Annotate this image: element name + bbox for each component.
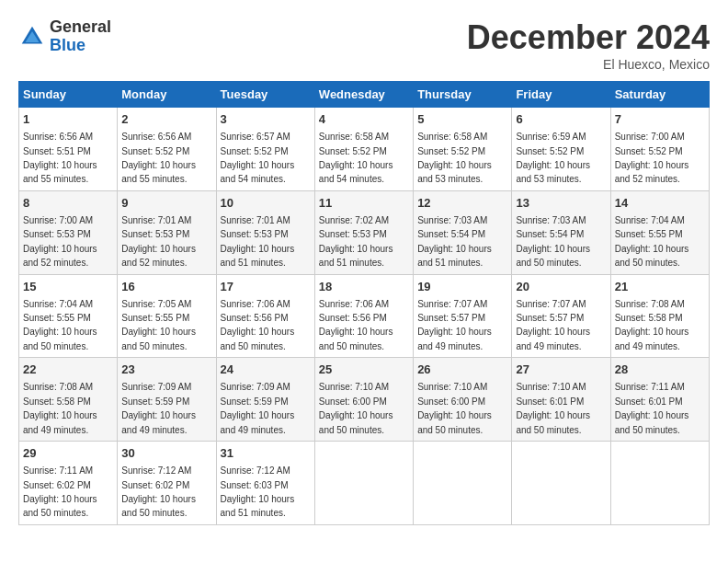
day-info: Sunrise: 7:00 AMSunset: 5:53 PMDaylight:… xyxy=(23,215,97,268)
table-row: 28 Sunrise: 7:11 AMSunset: 6:01 PMDaylig… xyxy=(610,358,709,442)
logo-text: General Blue xyxy=(50,18,111,55)
day-number: 3 xyxy=(221,111,311,128)
day-info: Sunrise: 7:06 AMSunset: 5:56 PMDaylight:… xyxy=(319,299,393,351)
day-number: 24 xyxy=(221,362,311,378)
day-info: Sunrise: 7:03 AMSunset: 5:54 PMDaylight:… xyxy=(516,215,590,268)
day-number: 2 xyxy=(121,111,211,128)
day-info: Sunrise: 7:11 AMSunset: 6:01 PMDaylight:… xyxy=(615,382,689,434)
day-number: 18 xyxy=(319,279,409,295)
table-row: 9 Sunrise: 7:01 AMSunset: 5:53 PMDayligh… xyxy=(118,190,216,274)
day-number: 6 xyxy=(516,111,606,128)
day-info: Sunrise: 6:58 AMSunset: 5:52 PMDaylight:… xyxy=(417,132,492,184)
logo-icon xyxy=(18,23,46,51)
location: El Huexco, Mexico xyxy=(467,57,710,72)
table-row xyxy=(512,442,610,525)
title-area: December 2024 El Huexco, Mexico xyxy=(467,18,710,72)
table-row: 14 Sunrise: 7:04 AMSunset: 5:55 PMDaylig… xyxy=(610,190,709,274)
day-number: 13 xyxy=(516,195,606,212)
day-number: 22 xyxy=(23,362,113,378)
col-friday: Friday xyxy=(512,82,610,108)
day-info: Sunrise: 7:03 AMSunset: 5:54 PMDaylight:… xyxy=(417,215,492,268)
col-tuesday: Tuesday xyxy=(216,82,314,108)
table-row: 31 Sunrise: 7:12 AMSunset: 6:03 PMDaylig… xyxy=(216,442,314,525)
day-info: Sunrise: 7:02 AMSunset: 5:53 PMDaylight:… xyxy=(319,215,393,268)
table-row: 1 Sunrise: 6:56 AMSunset: 5:51 PMDayligh… xyxy=(19,108,118,191)
table-row: 26 Sunrise: 7:10 AMSunset: 6:00 PMDaylig… xyxy=(414,358,512,442)
col-saturday: Saturday xyxy=(610,82,709,108)
col-thursday: Thursday xyxy=(414,82,512,108)
day-number: 19 xyxy=(417,279,507,295)
day-number: 29 xyxy=(23,445,113,462)
table-row: 18 Sunrise: 7:06 AMSunset: 5:56 PMDaylig… xyxy=(314,274,413,358)
table-row: 5 Sunrise: 6:58 AMSunset: 5:52 PMDayligh… xyxy=(414,108,512,191)
table-row: 6 Sunrise: 6:59 AMSunset: 5:52 PMDayligh… xyxy=(512,108,610,191)
logo-general: General xyxy=(50,17,111,36)
table-row xyxy=(314,442,413,525)
day-number: 14 xyxy=(615,195,705,212)
calendar-week-row: 8 Sunrise: 7:00 AMSunset: 5:53 PMDayligh… xyxy=(19,190,710,274)
table-row: 3 Sunrise: 6:57 AMSunset: 5:52 PMDayligh… xyxy=(216,108,314,191)
table-row: 10 Sunrise: 7:01 AMSunset: 5:53 PMDaylig… xyxy=(216,190,314,274)
day-number: 5 xyxy=(417,111,507,128)
table-row: 7 Sunrise: 7:00 AMSunset: 5:52 PMDayligh… xyxy=(610,108,709,191)
col-wednesday: Wednesday xyxy=(314,82,413,108)
day-number: 31 xyxy=(221,445,311,462)
day-number: 11 xyxy=(319,195,409,212)
day-number: 26 xyxy=(417,362,507,378)
logo: General Blue xyxy=(18,18,111,55)
day-info: Sunrise: 6:56 AMSunset: 5:52 PMDaylight:… xyxy=(121,132,196,184)
day-info: Sunrise: 7:07 AMSunset: 5:57 PMDaylight:… xyxy=(516,299,590,351)
table-row: 22 Sunrise: 7:08 AMSunset: 5:58 PMDaylig… xyxy=(19,358,118,442)
calendar: Sunday Monday Tuesday Wednesday Thursday… xyxy=(18,81,710,525)
table-row: 27 Sunrise: 7:10 AMSunset: 6:01 PMDaylig… xyxy=(512,358,610,442)
day-number: 20 xyxy=(516,279,606,295)
day-number: 8 xyxy=(23,195,113,212)
day-number: 21 xyxy=(615,279,705,295)
day-info: Sunrise: 7:09 AMSunset: 5:59 PMDaylight:… xyxy=(221,382,295,434)
day-info: Sunrise: 6:58 AMSunset: 5:52 PMDaylight:… xyxy=(319,132,393,184)
day-info: Sunrise: 7:10 AMSunset: 6:00 PMDaylight:… xyxy=(319,382,393,434)
table-row: 16 Sunrise: 7:05 AMSunset: 5:55 PMDaylig… xyxy=(118,274,216,358)
day-info: Sunrise: 6:56 AMSunset: 5:51 PMDaylight:… xyxy=(23,132,97,184)
day-number: 12 xyxy=(417,195,507,212)
day-number: 23 xyxy=(121,362,211,378)
table-row: 2 Sunrise: 6:56 AMSunset: 5:52 PMDayligh… xyxy=(118,108,216,191)
table-row: 30 Sunrise: 7:12 AMSunset: 6:02 PMDaylig… xyxy=(118,442,216,525)
table-row: 21 Sunrise: 7:08 AMSunset: 5:58 PMDaylig… xyxy=(610,274,709,358)
col-monday: Monday xyxy=(118,82,216,108)
month-title: December 2024 xyxy=(467,18,710,57)
table-row xyxy=(414,442,512,525)
table-row: 8 Sunrise: 7:00 AMSunset: 5:53 PMDayligh… xyxy=(19,190,118,274)
day-number: 15 xyxy=(23,279,113,295)
table-row xyxy=(610,442,709,525)
day-info: Sunrise: 6:59 AMSunset: 5:52 PMDaylight:… xyxy=(516,132,590,184)
calendar-week-row: 1 Sunrise: 6:56 AMSunset: 5:51 PMDayligh… xyxy=(19,108,710,191)
table-row: 4 Sunrise: 6:58 AMSunset: 5:52 PMDayligh… xyxy=(314,108,413,191)
table-row: 23 Sunrise: 7:09 AMSunset: 5:59 PMDaylig… xyxy=(118,358,216,442)
day-info: Sunrise: 7:10 AMSunset: 6:00 PMDaylight:… xyxy=(417,382,492,434)
logo-blue: Blue xyxy=(50,36,85,54)
day-number: 7 xyxy=(615,111,705,128)
day-info: Sunrise: 7:05 AMSunset: 5:55 PMDaylight:… xyxy=(121,299,196,351)
page-header: General Blue December 2024 El Huexco, Me… xyxy=(18,18,710,72)
day-number: 25 xyxy=(319,362,409,378)
table-row: 11 Sunrise: 7:02 AMSunset: 5:53 PMDaylig… xyxy=(314,190,413,274)
day-info: Sunrise: 7:08 AMSunset: 5:58 PMDaylight:… xyxy=(23,382,97,434)
calendar-week-row: 22 Sunrise: 7:08 AMSunset: 5:58 PMDaylig… xyxy=(19,358,710,442)
day-info: Sunrise: 7:11 AMSunset: 6:02 PMDaylight:… xyxy=(23,465,97,518)
day-number: 27 xyxy=(516,362,606,378)
day-info: Sunrise: 7:01 AMSunset: 5:53 PMDaylight:… xyxy=(221,215,295,268)
day-info: Sunrise: 7:12 AMSunset: 6:03 PMDaylight:… xyxy=(221,465,295,518)
table-row: 24 Sunrise: 7:09 AMSunset: 5:59 PMDaylig… xyxy=(216,358,314,442)
calendar-week-row: 15 Sunrise: 7:04 AMSunset: 5:55 PMDaylig… xyxy=(19,274,710,358)
table-row: 29 Sunrise: 7:11 AMSunset: 6:02 PMDaylig… xyxy=(19,442,118,525)
day-info: Sunrise: 7:04 AMSunset: 5:55 PMDaylight:… xyxy=(23,299,97,351)
table-row: 25 Sunrise: 7:10 AMSunset: 6:00 PMDaylig… xyxy=(314,358,413,442)
day-number: 1 xyxy=(23,111,113,128)
calendar-header-row: Sunday Monday Tuesday Wednesday Thursday… xyxy=(19,82,710,108)
day-info: Sunrise: 7:00 AMSunset: 5:52 PMDaylight:… xyxy=(615,132,689,184)
day-info: Sunrise: 7:10 AMSunset: 6:01 PMDaylight:… xyxy=(516,382,590,434)
day-number: 4 xyxy=(319,111,409,128)
table-row: 20 Sunrise: 7:07 AMSunset: 5:57 PMDaylig… xyxy=(512,274,610,358)
day-number: 9 xyxy=(121,195,211,212)
